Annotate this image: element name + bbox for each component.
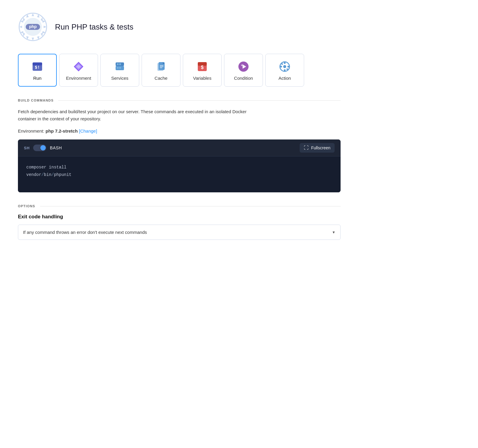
exit-code-select-wrapper[interactable]: If any command throws an error don't exe… xyxy=(18,225,341,240)
fullscreen-icon: ⛶ xyxy=(304,145,309,151)
options-title: OPTIONS xyxy=(18,204,35,208)
tab-condition-label: Condition xyxy=(234,76,253,81)
tab-action[interactable]: Action xyxy=(265,54,304,87)
toolbar-left: SH BASH xyxy=(24,145,62,151)
bash-toggle[interactable] xyxy=(33,145,46,151)
tabs-container: $! Run Environment xyxy=(18,54,341,87)
options-section-header: OPTIONS xyxy=(18,204,341,208)
svg-text:$!: $! xyxy=(35,65,40,70)
options-divider xyxy=(40,206,341,206)
svg-text:IF: IF xyxy=(241,64,243,67)
svg-rect-15 xyxy=(119,67,121,69)
action-icon xyxy=(278,60,291,73)
build-commands-title: BUILD COMMANDS xyxy=(18,99,53,102)
bash-label: BASH xyxy=(50,145,62,150)
svg-rect-14 xyxy=(117,67,119,69)
condition-icon: IF xyxy=(237,60,250,73)
fullscreen-button[interactable]: ⛶ Fullscreen xyxy=(300,143,335,153)
svg-point-32 xyxy=(287,66,289,67)
environment-line: Environment: php 7.2-stretch [Change] xyxy=(18,128,341,134)
svg-rect-13 xyxy=(119,63,121,65)
build-description: Fetch dependencies and build/test your p… xyxy=(18,108,257,122)
tab-variables[interactable]: $ Variables xyxy=(183,54,222,87)
environment-label: Environment: xyxy=(18,128,44,134)
environment-value: php 7.2-stretch xyxy=(46,128,78,134)
tab-cache-label: Cache xyxy=(154,76,167,81)
page-title: Run PHP tasks & tests xyxy=(55,22,134,32)
environment-icon xyxy=(72,60,85,73)
section-divider xyxy=(58,100,341,101)
change-environment-link[interactable]: [Change] xyxy=(79,128,97,134)
php-logo: php xyxy=(18,12,48,42)
run-icon: $! xyxy=(31,60,44,73)
svg-text:php: php xyxy=(29,24,37,29)
variables-icon: $ xyxy=(196,60,209,73)
svg-point-30 xyxy=(284,69,286,71)
svg-point-34 xyxy=(287,68,288,70)
code-toolbar: SH BASH ⛶ Fullscreen xyxy=(18,139,341,157)
code-line-1: composer install xyxy=(26,164,332,171)
code-line-2: vendor/bin/phpunit xyxy=(26,171,332,179)
tab-services-label: Services xyxy=(111,76,128,81)
svg-point-31 xyxy=(280,66,282,67)
tab-services[interactable]: Services xyxy=(100,54,139,87)
tab-condition[interactable]: IF Condition xyxy=(224,54,263,87)
tab-variables-label: Variables xyxy=(193,76,211,81)
tab-run[interactable]: $! Run xyxy=(18,54,57,87)
toggle-knob xyxy=(40,145,46,151)
svg-point-28 xyxy=(283,65,286,68)
code-content[interactable]: composer install vendor/bin/phpunit xyxy=(18,157,341,192)
build-commands-section-header: BUILD COMMANDS xyxy=(18,99,341,102)
exit-code-title: Exit code handling xyxy=(18,214,341,220)
sh-label: SH xyxy=(24,146,30,150)
tab-cache[interactable]: Cache xyxy=(142,54,180,87)
cache-icon xyxy=(154,60,168,73)
fullscreen-label: Fullscreen xyxy=(311,145,330,150)
tab-environment-label: Environment xyxy=(66,76,91,81)
svg-rect-12 xyxy=(117,63,119,65)
exit-code-select-display[interactable]: If any command throws an error don't exe… xyxy=(18,225,340,240)
tab-environment[interactable]: Environment xyxy=(59,54,98,87)
tab-run-label: Run xyxy=(33,76,42,81)
code-editor: SH BASH ⛶ Fullscreen composer install ve… xyxy=(18,139,341,192)
svg-text:$: $ xyxy=(201,65,204,70)
svg-point-29 xyxy=(284,62,286,64)
svg-point-33 xyxy=(281,63,283,65)
services-icon xyxy=(113,60,126,73)
tab-action-label: Action xyxy=(278,76,291,81)
page-header: php Run PHP tasks & tests xyxy=(18,12,341,42)
